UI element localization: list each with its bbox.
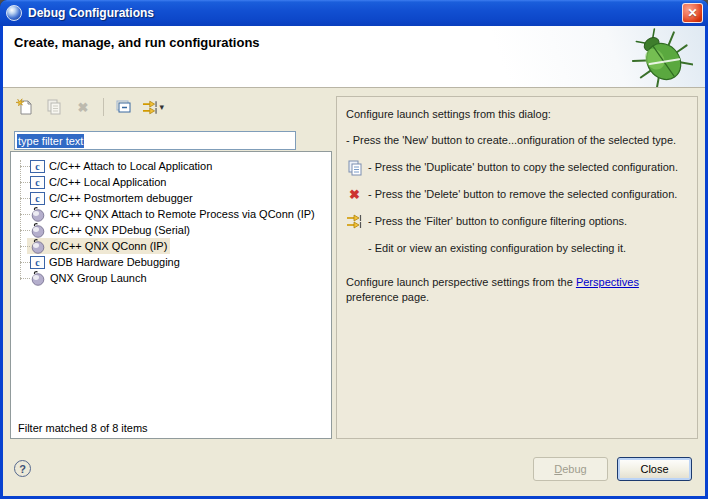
help-question-icon: ? <box>19 463 26 475</box>
tree-item-qnx-qconn-ip[interactable]: C/C++ QNX QConn (IP) <box>11 238 331 254</box>
collapse-all-button[interactable] <box>112 96 136 118</box>
tree-item-postmortem[interactable]: c C/C++ Postmortem debugger <box>11 190 331 206</box>
window-title: Debug Configurations <box>28 6 154 20</box>
close-button[interactable]: Close <box>617 457 692 481</box>
tree-item-qnx-pdebug-serial[interactable]: C/C++ QNX PDebug (Serial) <box>11 222 331 238</box>
filter-input-selected-text: type filter text <box>17 134 84 148</box>
info-bullet-duplicate: - Press the 'Duplicate' button to copy t… <box>346 160 688 176</box>
filter-dropdown-arrow-icon: ▾ <box>159 102 164 112</box>
new-configuration-button[interactable] <box>13 96 37 118</box>
configurations-tree-panel[interactable]: c C/C++ Attach to Local Application c C/… <box>10 151 332 439</box>
c-cpp-config-icon: c <box>30 192 45 205</box>
page-title: Create, manage, and run configurations <box>14 35 260 50</box>
delete-x-icon-disabled: ✖ <box>78 100 89 115</box>
tree-item-attach-local[interactable]: c C/C++ Attach to Local Application <box>11 158 331 174</box>
debug-configurations-dialog: Debug Configurations ✕ Create, manage, a… <box>0 0 708 499</box>
perspective-settings-text: Configure launch perspective settings fr… <box>346 275 688 305</box>
filter-match-status: Filter matched 8 of 8 items <box>18 422 148 434</box>
delete-x-icon: ✖ <box>346 187 363 202</box>
tree-item-qnx-attach-remote[interactable]: C/C++ QNX Attach to Remote Process via Q… <box>11 206 331 222</box>
collapse-all-icon <box>116 100 132 114</box>
filter-arrows-icon <box>142 100 158 115</box>
duplicate-pages-icon-disabled <box>46 99 62 115</box>
filter-options-button[interactable]: ▾ <box>141 96 165 118</box>
header-banner: Create, manage, and run configurations <box>3 26 705 88</box>
filter-arrows-icon <box>346 214 363 229</box>
c-cpp-config-icon: c <box>30 160 45 173</box>
info-bullet-delete: ✖ - Press the 'Delete' button to remove … <box>346 187 688 203</box>
info-bullet-filter: - Press the 'Filter' button to configure… <box>346 214 688 230</box>
c-cpp-config-icon: c <box>30 176 45 189</box>
perspectives-link[interactable]: Perspectives <box>576 276 639 288</box>
filter-text-input[interactable]: type filter text <box>14 131 296 150</box>
eclipse-app-icon <box>6 5 22 21</box>
configurations-toolbar: ✖ ▾ <box>13 94 165 120</box>
duplicate-configuration-button[interactable] <box>42 96 66 118</box>
info-intro-text: Configure launch settings from this dial… <box>346 108 688 120</box>
close-window-button[interactable]: ✕ <box>682 3 703 23</box>
new-document-icon <box>16 98 34 116</box>
tree-item-qnx-group-launch[interactable]: QNX Group Launch <box>11 270 331 286</box>
qnx-target-icon <box>30 206 46 222</box>
info-bullet-new: - Press the 'New' button to create...onf… <box>346 133 688 149</box>
qnx-target-icon <box>30 238 46 254</box>
delete-configuration-button[interactable]: ✖ <box>71 96 95 118</box>
help-button[interactable]: ? <box>14 460 31 477</box>
qnx-target-icon <box>30 222 46 238</box>
c-cpp-config-icon: c <box>30 256 45 269</box>
tree-item-gdb-hardware[interactable]: c GDB Hardware Debugging <box>11 254 331 270</box>
debug-beetle-image <box>631 27 693 87</box>
toolbar-separator <box>103 98 104 116</box>
titlebar[interactable]: Debug Configurations ✕ <box>0 0 708 26</box>
dialog-content: Create, manage, and run configurations <box>3 26 705 496</box>
tree-rows: c C/C++ Attach to Local Application c C/… <box>11 158 331 286</box>
qnx-target-icon <box>30 270 46 286</box>
debug-button: Debug <box>533 457 608 481</box>
duplicate-pages-icon <box>346 160 363 176</box>
launch-settings-info-panel: Configure launch settings from this dial… <box>336 96 698 439</box>
info-bullet-edit: - Edit or view an existing configuration… <box>346 241 688 257</box>
tree-item-local-application[interactable]: c C/C++ Local Application <box>11 174 331 190</box>
